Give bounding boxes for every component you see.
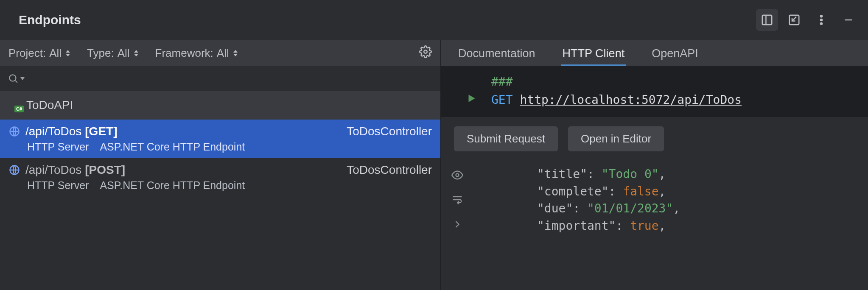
settings-icon[interactable] [419, 45, 432, 61]
module-header[interactable]: C# ToDoAPI [0, 91, 440, 120]
response-panel: "title": "Todo 0", "complete": false, "d… [441, 161, 868, 290]
minimize-icon[interactable] [837, 9, 860, 31]
endpoint-path: /api/ToDos [25, 125, 81, 138]
endpoint-item[interactable]: /api/ToDos [POST]ToDosControllerHTTP Ser… [0, 158, 440, 197]
endpoint-list-panel: Project: All Type: All Framework: All [0, 40, 441, 290]
panel-title: Endpoints [19, 13, 81, 27]
response-body[interactable]: "title": "Todo 0", "complete": false, "d… [473, 161, 868, 290]
caret-icon [134, 50, 138, 56]
csharp-file-icon: C# [8, 100, 21, 111]
http-client-panel: ### GET http://localhost:5072/api/ToDos … [441, 66, 868, 161]
filter-framework-value: All [217, 47, 229, 60]
action-row: Submit Request Open in Editor [441, 117, 868, 161]
tab-documentation[interactable]: Documentation [456, 41, 537, 66]
endpoint-server: HTTP Server [27, 179, 89, 192]
filter-project[interactable]: Project: All [8, 47, 70, 60]
chevron-down-icon [20, 77, 25, 80]
svg-point-14 [456, 174, 459, 177]
response-gutter [441, 161, 473, 290]
svg-point-4 [820, 15, 822, 17]
endpoint-item[interactable]: /api/ToDos [GET]ToDosControllerHTTP Serv… [0, 120, 440, 158]
eye-icon[interactable] [451, 169, 463, 183]
open-in-editor-button[interactable]: Open in Editor [568, 126, 664, 151]
tab-http-client[interactable]: HTTP Client [561, 41, 627, 66]
endpoint-server: HTTP Server [27, 141, 89, 153]
endpoint-path: /api/ToDos [25, 163, 81, 177]
endpoints-tool-window: Endpoints Project: All Type: [0, 0, 868, 290]
request-url[interactable]: http://localhost:5072/api/ToDos [520, 93, 742, 107]
request-method: GET [491, 93, 513, 107]
endpoint-method: [GET] [85, 125, 117, 138]
detail-tabs: DocumentationHTTP ClientOpenAPI [441, 40, 868, 66]
layout-icon[interactable] [756, 9, 778, 31]
submit-request-button[interactable]: Submit Request [454, 126, 558, 151]
tab-openapi[interactable]: OpenAPI [650, 41, 700, 66]
svg-rect-0 [762, 15, 772, 25]
filter-framework-label: Framework: [155, 47, 213, 60]
module-name: ToDoAPI [26, 98, 73, 112]
filter-project-label: Project: [8, 47, 46, 60]
svg-point-9 [9, 75, 16, 81]
svg-marker-13 [469, 95, 475, 102]
more-icon[interactable] [810, 9, 832, 31]
titlebar: Endpoints [0, 0, 868, 40]
request-separator: ### [491, 75, 513, 89]
caret-icon [66, 50, 70, 56]
open-in-window-icon[interactable] [783, 9, 805, 31]
svg-line-10 [15, 81, 17, 83]
filter-bar: Project: All Type: All Framework: All [0, 40, 440, 66]
filter-type-label: Type: [87, 47, 114, 60]
filter-type[interactable]: Type: All [87, 47, 138, 60]
endpoint-list: /api/ToDos [GET]ToDosControllerHTTP Serv… [0, 120, 440, 290]
search-icon [8, 73, 19, 84]
filter-project-value: All [49, 47, 62, 60]
endpoint-controller: ToDosController [347, 125, 432, 138]
svg-point-6 [820, 23, 822, 25]
run-icon[interactable] [466, 93, 477, 107]
svg-point-5 [820, 19, 822, 21]
endpoint-method: [POST] [85, 163, 125, 177]
filter-type-value: All [118, 47, 130, 60]
request-editor[interactable]: ### GET http://localhost:5072/api/ToDos [441, 66, 868, 117]
wrap-icon[interactable] [451, 194, 463, 207]
filter-framework[interactable]: Framework: All [155, 47, 238, 60]
search-input[interactable] [0, 66, 440, 91]
detail-panel: DocumentationHTTP ClientOpenAPI ### GET … [441, 40, 868, 290]
caret-icon [233, 50, 238, 56]
svg-rect-2 [790, 15, 799, 25]
chevron-right-icon[interactable] [451, 218, 463, 232]
svg-line-3 [792, 17, 796, 21]
endpoint-kind: ASP.NET Core HTTP Endpoint [100, 179, 245, 192]
endpoint-controller: ToDosController [347, 163, 432, 177]
endpoint-icon [8, 125, 20, 137]
svg-point-8 [424, 50, 427, 53]
endpoint-kind: ASP.NET Core HTTP Endpoint [100, 141, 245, 153]
endpoint-icon [8, 164, 20, 176]
